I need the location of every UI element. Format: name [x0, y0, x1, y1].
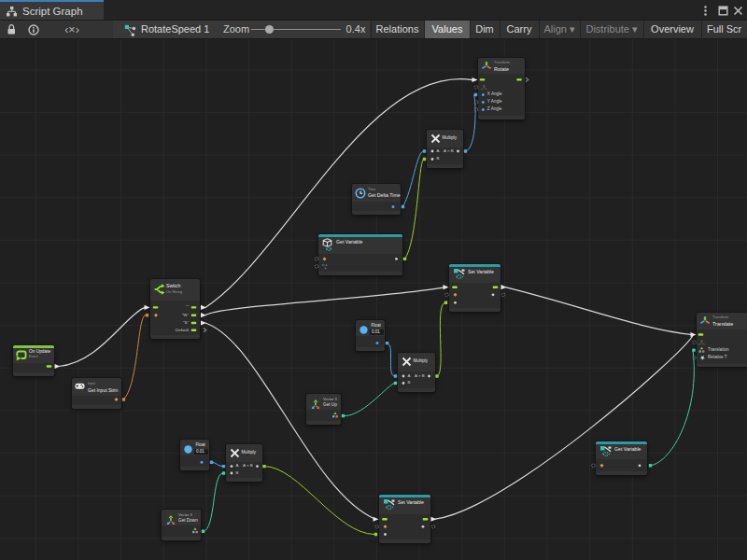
svg-text:‹×›: ‹×› — [64, 23, 79, 36]
